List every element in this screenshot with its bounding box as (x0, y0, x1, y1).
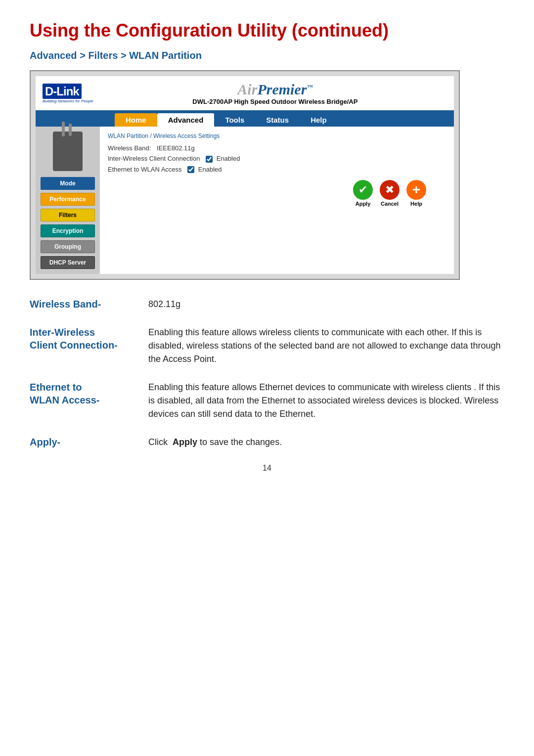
breadcrumb-wireless-access[interactable]: Wireless Access Settings (153, 133, 220, 139)
desc-row-apply: Apply- Click Apply to save the changes. (30, 436, 504, 449)
help-button[interactable]: + (406, 180, 426, 200)
sidebar-btn-filters[interactable]: Filters (41, 209, 95, 222)
wireless-band-row: Wireless Band: IEEE802.11g (108, 144, 446, 152)
inner-breadcrumb: WLAN Partition / Wireless Access Setting… (108, 133, 446, 139)
dlink-tagline: Building Networks for People (43, 99, 93, 103)
sidebar-btn-dhcp[interactable]: DHCP Server (41, 256, 95, 269)
air-premier-text: AirPremier™ (237, 81, 312, 98)
cancel-btn-wrap: ✖ Cancel (380, 180, 400, 207)
nav-item-help[interactable]: Help (300, 113, 338, 127)
air-premier-block: AirPremier™ DWL-2700AP High Speed Outdoo… (103, 81, 447, 105)
router-ui: D-Link Building Networks for People AirP… (30, 70, 460, 280)
antenna-image (53, 132, 83, 171)
sidebar-btn-encryption[interactable]: Encryption (41, 224, 95, 237)
nav-bar: Home Advanced Tools Status Help (36, 111, 454, 127)
breadcrumb-wlan[interactable]: WLAN Partition (108, 133, 148, 139)
desc-label-apply: Apply- (30, 436, 148, 448)
inter-wireless-checkbox[interactable] (206, 156, 213, 163)
description-section: Wireless Band- 802.11g Inter-Wireless Cl… (30, 298, 504, 449)
device-subtitle: DWL-2700AP High Speed Outdoor Wireless B… (192, 98, 357, 105)
sidebar-btn-grouping[interactable]: Grouping (41, 240, 95, 253)
ethernet-wlan-checkbox[interactable] (187, 166, 194, 173)
desc-label-inter-wireless: Inter-Wireless Client Connection- (30, 326, 148, 352)
breadcrumb: Advanced > Filters > WLAN Partition (30, 50, 504, 61)
nav-item-home[interactable]: Home (115, 113, 157, 127)
desc-text-apply: Click Apply to save the changes. (148, 436, 504, 449)
apply-btn-wrap: ✔ Apply (353, 180, 373, 207)
wireless-band-label: Wireless Band: (108, 144, 151, 152)
ethernet-wlan-text: Enabled (198, 166, 222, 173)
ethernet-wlan-label: Ethernet to WLAN Access (108, 166, 182, 173)
desc-text-inter-wireless: Enabling this feature allows wireless cl… (148, 326, 504, 366)
sidebar-btn-performance[interactable]: Performance (41, 193, 95, 206)
wireless-band-value: IEEE802.11g (157, 144, 195, 152)
desc-text-ethernet-wlan: Enabling this feature allows Ethernet de… (148, 381, 504, 421)
inter-wireless-label: Inter-Wireless Client Connection (108, 155, 200, 162)
desc-text-wireless-band: 802.11g (148, 298, 504, 311)
nav-item-status[interactable]: Status (255, 113, 300, 127)
cancel-button[interactable]: ✖ (380, 180, 400, 200)
desc-row-ethernet-wlan: Ethernet to WLAN Access- Enabling this f… (30, 381, 504, 421)
desc-label-ethernet-wlan: Ethernet to WLAN Access- (30, 381, 148, 406)
inter-wireless-row: Inter-Wireless Client Connection Enabled (108, 155, 446, 163)
page-title: Using the Configuration Utility (continu… (30, 20, 504, 41)
router-header: D-Link Building Networks for People AirP… (36, 76, 454, 111)
desc-row-wireless-band: Wireless Band- 802.11g (30, 298, 504, 311)
help-label: Help (410, 201, 422, 207)
cancel-label: Cancel (381, 201, 399, 207)
apply-button[interactable]: ✔ (353, 180, 373, 200)
desc-row-inter-wireless: Inter-Wireless Client Connection- Enabli… (30, 326, 504, 366)
router-body: Mode Performance Filters Encryption Grou… (36, 127, 454, 274)
desc-label-wireless-band: Wireless Band- (30, 298, 148, 311)
help-btn-wrap: + Help (406, 180, 426, 207)
dlink-logo: D-Link Building Networks for People (43, 84, 93, 103)
ethernet-wlan-row: Ethernet to WLAN Access Enabled (108, 166, 446, 174)
apply-label: Apply (356, 201, 371, 207)
sidebar: Mode Performance Filters Encryption Grou… (36, 127, 100, 274)
inter-wireless-text: Enabled (217, 155, 240, 162)
page-number: 14 (30, 464, 504, 473)
main-panel: WLAN Partition / Wireless Access Setting… (100, 127, 454, 274)
action-buttons: ✔ Apply ✖ Cancel + Help (108, 180, 446, 207)
nav-item-tools[interactable]: Tools (214, 113, 255, 127)
nav-item-advanced[interactable]: Advanced (157, 113, 215, 127)
sidebar-btn-mode[interactable]: Mode (41, 177, 95, 190)
dlink-logo-text: D-Link (43, 84, 82, 99)
